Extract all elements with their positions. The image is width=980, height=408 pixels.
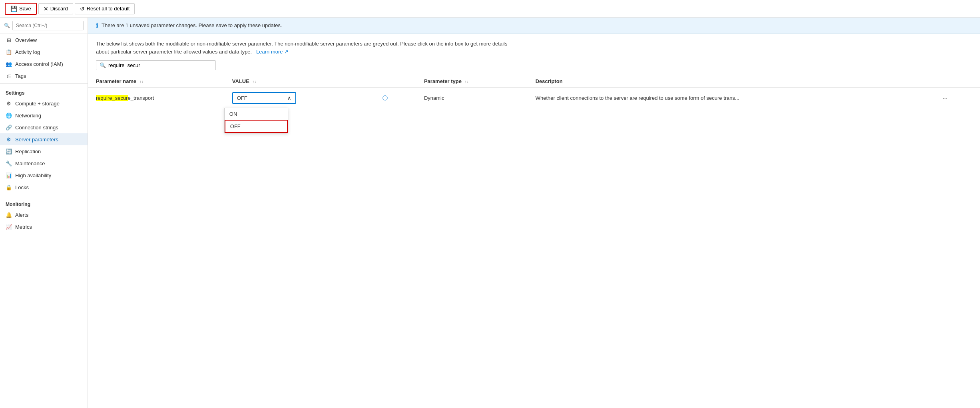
sidebar-item-replication[interactable]: 🔄 Replication (0, 145, 88, 157)
param-name-cell: require_secure_transport (88, 88, 224, 108)
sidebar-item-activity-log-label: Activity log (15, 49, 40, 55)
dropdown-menu: ON OFF (224, 108, 288, 133)
sidebar-item-networking-label: Networking (15, 113, 41, 119)
sidebar-item-server-parameters-label: Server parameters (15, 137, 58, 143)
col-param-type[interactable]: Parameter type ↑↓ (416, 75, 528, 88)
info-banner-text: There are 1 unsaved parameter changes. P… (102, 22, 282, 28)
sidebar-item-access-control-label: Access control (IAM) (15, 61, 63, 67)
settings-icon: ⚙ (6, 136, 12, 143)
param-name-rest: e_transport (128, 95, 154, 101)
sidebar-item-tags-label: Tags (15, 73, 26, 79)
sidebar-item-locks[interactable]: 🔒 Locks (0, 181, 88, 193)
sidebar-item-metrics[interactable]: 📈 Metrics (0, 221, 88, 233)
sort-param-name-icon: ↑↓ (139, 79, 143, 84)
param-name-highlight: require_secur (96, 95, 128, 101)
sidebar-item-high-availability-label: High availability (15, 172, 51, 178)
sidebar-item-high-availability[interactable]: 📊 High availability (0, 169, 88, 181)
sidebar-item-activity-log[interactable]: 📋 Activity log (0, 46, 88, 58)
sidebar-item-alerts[interactable]: 🔔 Alerts (0, 209, 88, 221)
learn-more-label: Learn more (256, 49, 283, 55)
discard-label: Discard (50, 6, 68, 12)
sidebar: 🔍 ⊞ Overview 📋 Activity log 👥 Access con… (0, 18, 88, 408)
learn-more-link[interactable]: Learn more ↗ (255, 49, 289, 55)
sidebar-item-overview-label: Overview (15, 37, 37, 43)
sidebar-item-metrics-label: Metrics (15, 224, 32, 230)
table-row: require_secure_transport OFF ∧ ON OFF (88, 88, 980, 108)
sidebar-item-locks-label: Locks (15, 184, 29, 190)
sort-value-icon: ↑↓ (253, 79, 257, 84)
maintenance-icon: 🔧 (6, 160, 12, 166)
col-param-name[interactable]: Parameter name ↑↓ (88, 75, 224, 88)
sidebar-item-server-parameters[interactable]: ⚙ Server parameters (0, 133, 88, 145)
main-layout: 🔍 ⊞ Overview 📋 Activity log 👥 Access con… (0, 18, 980, 408)
filter-search-icon: 🔍 (100, 62, 106, 68)
sidebar-item-replication-label: Replication (15, 149, 41, 154)
sort-param-type-icon: ↑↓ (464, 79, 468, 84)
monitoring-header: Monitoring (0, 197, 88, 209)
value-cell: OFF ∧ ON OFF (224, 88, 371, 108)
sidebar-item-tags[interactable]: 🏷 Tags (0, 70, 88, 82)
col-description: Descripton (528, 75, 932, 88)
info-banner: ℹ There are 1 unsaved parameter changes.… (88, 18, 980, 34)
sidebar-item-compute-storage[interactable]: ⚙ Compute + storage (0, 97, 88, 109)
lock-icon: 🔒 (6, 184, 12, 190)
network-icon: 🌐 (6, 112, 12, 119)
description-cell: Whether client connections to the server… (528, 88, 932, 108)
search-box: 🔍 (0, 18, 88, 34)
discard-icon: ✕ (44, 6, 48, 12)
link-icon: 🔗 (6, 124, 12, 131)
sidebar-item-networking[interactable]: 🌐 Networking (0, 109, 88, 121)
discard-button[interactable]: ✕ Discard (38, 3, 73, 14)
info-circle-icon[interactable]: ⓘ (382, 95, 388, 102)
params-table: Parameter name ↑↓ VALUE ↑↓ Parameter typ… (88, 75, 980, 108)
list-icon: 📋 (6, 49, 12, 55)
value-dropdown[interactable]: OFF ∧ (232, 92, 296, 104)
filter-input-wrap: 🔍 (96, 60, 216, 70)
sidebar-item-connection-strings-label: Connection strings (15, 125, 58, 131)
col-value[interactable]: VALUE ↑↓ (224, 75, 371, 88)
param-name-text: require_secure_transport (96, 95, 154, 101)
grid-icon: ⊞ (6, 37, 12, 43)
info-icon: ℹ (96, 22, 98, 29)
content-area: ℹ There are 1 unsaved parameter changes.… (88, 18, 980, 408)
sidebar-item-alerts-label: Alerts (15, 212, 28, 218)
param-type-value: Dynamic (424, 95, 444, 101)
filter-input[interactable] (108, 62, 212, 68)
description-value: Whether client connections to the server… (536, 95, 739, 101)
sidebar-item-overview[interactable]: ⊞ Overview (0, 34, 88, 46)
param-type-cell: Dynamic (416, 88, 528, 108)
col-empty (371, 75, 416, 88)
reset-button[interactable]: ↺ Reset all to default (75, 3, 135, 14)
save-button[interactable]: 💾 Save (5, 3, 37, 15)
reset-label: Reset all to default (87, 6, 130, 12)
sidebar-item-maintenance[interactable]: 🔧 Maintenance (0, 157, 88, 169)
search-icon: 🔍 (4, 23, 10, 28)
col-actions (932, 75, 980, 88)
dropdown-option-off[interactable]: OFF (225, 120, 288, 133)
filter-bar: 🔍 (88, 60, 980, 75)
settings-header: Settings (0, 85, 88, 97)
sidebar-item-connection-strings[interactable]: 🔗 Connection strings (0, 121, 88, 133)
chevron-up-icon: ∧ (287, 95, 291, 101)
high-avail-icon: 📊 (6, 172, 12, 178)
dropdown-option-on[interactable]: ON (225, 108, 288, 120)
save-label: Save (19, 6, 31, 12)
sidebar-item-compute-storage-label: Compute + storage (15, 101, 60, 107)
save-icon: 💾 (10, 6, 17, 12)
sidebar-item-access-control[interactable]: 👥 Access control (IAM) (0, 58, 88, 70)
row-actions-button[interactable]: ··· (940, 95, 950, 102)
metrics-icon: 📈 (6, 224, 12, 230)
compute-icon: ⚙ (6, 100, 12, 107)
toolbar: 💾 Save ✕ Discard ↺ Reset all to default (0, 0, 980, 18)
sidebar-item-maintenance-label: Maintenance (15, 160, 45, 166)
search-input[interactable] (12, 21, 84, 30)
people-icon: 👥 (6, 61, 12, 67)
tag-icon: 🏷 (6, 73, 12, 79)
description-main: The below list shows both the modifiable… (96, 41, 507, 55)
info-cell: ⓘ (371, 88, 416, 108)
actions-cell: ··· (932, 88, 980, 108)
description-text: The below list shows both the modifiable… (88, 34, 528, 60)
replication-icon: 🔄 (6, 148, 12, 154)
alert-icon: 🔔 (6, 212, 12, 218)
reset-icon: ↺ (80, 6, 85, 12)
